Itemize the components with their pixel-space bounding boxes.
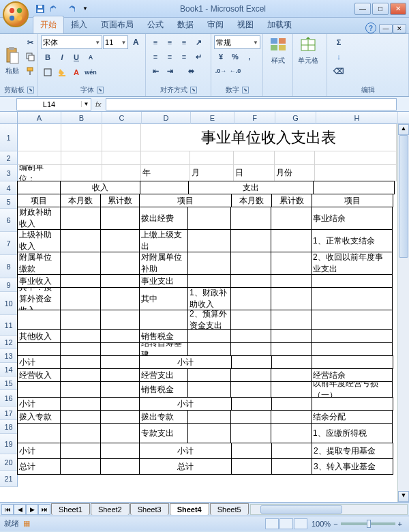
col-header[interactable]: B [61,112,102,124]
cell[interactable] [271,368,312,382]
cell[interactable] [187,342,231,356]
cell[interactable] [60,274,101,288]
cell[interactable] [100,423,140,443]
row-header[interactable]: 14 [0,363,18,376]
row-header[interactable]: 20 [0,454,18,471]
cell[interactable] [60,423,101,443]
cell[interactable]: 小计 [17,355,61,369]
cell[interactable] [230,229,271,252]
sheet-tab[interactable]: Sheet2 [91,503,130,515]
cell[interactable]: 年 [141,165,190,181]
fx-icon[interactable]: fx [95,100,102,108]
cell[interactable]: 事业结余 [311,207,393,230]
cell[interactable] [271,287,312,310]
zoom-thumb[interactable] [367,520,371,528]
sheet-nav-first-icon[interactable]: ⏮ [1,504,14,515]
cell[interactable] [271,329,312,343]
bold-button[interactable]: B [41,50,55,64]
cell[interactable] [315,165,397,181]
cell[interactable]: 项目 [312,194,393,207]
tab-formulas[interactable]: 公式 [140,16,170,33]
cell[interactable] [100,252,140,275]
cell[interactable] [187,329,231,343]
view-pagebreak-icon[interactable] [294,518,307,529]
merge-icon[interactable]: ⬌ [177,64,204,78]
cell[interactable] [100,229,140,252]
row-header[interactable]: 9 [0,278,18,292]
horizontal-scrollbar[interactable] [250,504,408,515]
cell[interactable] [271,381,312,398]
cell[interactable] [60,458,101,475]
cell[interactable] [100,329,140,343]
increase-decimal-icon[interactable]: .0→ [214,64,228,78]
cell[interactable]: 收入 [60,181,140,194]
cell[interactable] [100,355,140,369]
cell[interactable] [17,423,61,443]
cells-button[interactable]: 单元格 [296,35,320,65]
cell[interactable]: 上缴上级支出 [139,229,188,252]
cell[interactable] [271,423,312,443]
cell[interactable] [271,443,312,459]
cell[interactable]: 事业收入 [17,274,61,288]
styles-button[interactable]: 样式 [266,35,290,65]
cell[interactable]: 1、财政补助收入 [187,287,231,310]
row-header[interactable]: 1 [0,124,18,151]
cell[interactable] [102,124,142,151]
cell[interactable]: 事业支出 [139,274,188,288]
cell[interactable] [230,368,271,382]
cut-icon[interactable]: ✂ [23,35,37,49]
phonetic-icon[interactable]: wén [84,65,97,79]
cell[interactable]: 3、转入事业基金 [312,458,393,475]
autosum-icon[interactable]: Σ [330,35,348,49]
row-header[interactable]: 4 [0,181,18,195]
row-header[interactable]: 15 [0,376,18,390]
cell[interactable] [230,310,271,330]
sheet-tab[interactable]: Sheet1 [51,503,90,515]
cell[interactable] [230,207,271,230]
sheet-nav-prev-icon[interactable]: ◀ [14,504,26,515]
cell[interactable]: 附属单位缴款 [17,252,61,275]
shrink-font-icon[interactable]: A [84,50,97,64]
row-header[interactable]: 18 [0,420,18,434]
cell[interactable]: 2、提取专用基金 [312,443,393,459]
cell[interactable] [230,423,271,443]
tab-review[interactable]: 审阅 [200,16,230,33]
cell[interactable]: 总计 [139,458,232,475]
row-header[interactable]: 6 [0,209,18,232]
cell[interactable] [231,443,272,459]
wrap-text-icon[interactable]: ↵ [192,50,205,63]
tab-view[interactable]: 视图 [230,16,260,33]
comma-icon[interactable]: , [243,50,256,63]
minimize-button[interactable]: — [354,3,371,15]
cell[interactable] [187,274,231,288]
sheet-tab[interactable]: Sheet4 [170,503,209,515]
sheet-tab[interactable]: Sheet5 [210,503,249,515]
cell[interactable] [271,207,312,230]
cell[interactable] [100,342,140,356]
align-bottom-icon[interactable]: ≡ [177,35,191,49]
cell[interactable] [17,381,61,398]
font-color-icon[interactable]: A [70,65,83,79]
cell[interactable] [312,397,393,411]
zoom-level[interactable]: 100% [312,520,331,528]
view-normal-icon[interactable] [265,518,279,529]
cell[interactable]: 小计 [17,397,61,411]
cell[interactable] [187,252,231,275]
row-header[interactable]: 3 [0,165,18,181]
cell[interactable] [100,287,140,310]
cell[interactable] [60,207,101,230]
cell[interactable]: 2、预算外资金支出 [187,310,231,330]
orientation-icon[interactable]: ↗ [192,35,205,49]
align-left-icon[interactable]: ≡ [149,50,162,63]
cell[interactable] [18,124,61,151]
cell[interactable] [100,397,140,411]
clipboard-launcher-icon[interactable]: ⬊ [27,87,34,93]
copy-icon[interactable] [23,50,37,63]
cell[interactable] [187,381,231,398]
cell[interactable] [60,287,101,310]
vertical-scrollbar[interactable]: ▲ ▼ [397,124,409,502]
cell[interactable] [275,151,316,165]
row-header[interactable]: 10 [0,292,18,315]
cell[interactable] [139,310,188,330]
cell[interactable]: 拨出经费 [139,207,188,230]
